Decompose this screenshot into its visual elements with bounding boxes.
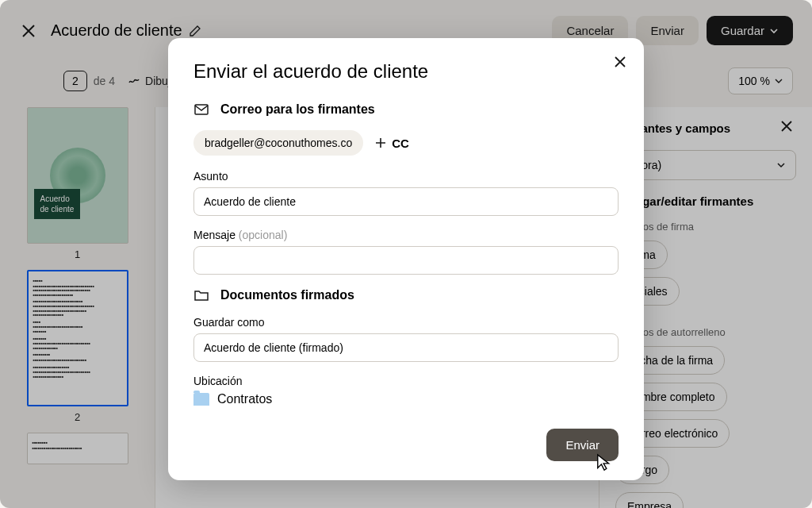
message-label: Mensaje (opcional) — [193, 229, 619, 241]
message-input[interactable] — [193, 246, 619, 275]
modal-close-icon[interactable] — [611, 52, 630, 71]
folder-icon — [193, 393, 209, 406]
modal-title: Enviar el acuerdo de cliente — [193, 60, 619, 83]
modal-send-button[interactable]: Enviar — [546, 429, 619, 461]
subject-label: Asunto — [193, 170, 619, 183]
folder-outline-icon — [193, 287, 209, 303]
signed-docs-title: Documentos firmados — [220, 288, 354, 302]
location-label: Ubicación — [193, 375, 619, 387]
save-as-label: Guardar como — [193, 316, 619, 329]
recipient-chip[interactable]: bradgeller@coconuthomes.co — [193, 130, 363, 156]
svg-rect-0 — [195, 105, 208, 114]
save-as-input[interactable] — [193, 333, 619, 362]
location-folder[interactable]: Contratos — [193, 392, 619, 406]
email-section-title: Correo para los firmantes — [220, 102, 375, 117]
add-cc-button[interactable]: CC — [374, 137, 409, 150]
modal-overlay: Enviar el acuerdo de cliente Correo para… — [0, 0, 812, 508]
envelope-icon — [193, 102, 209, 117]
plus-icon — [374, 137, 387, 149]
send-agreement-modal: Enviar el acuerdo de cliente Correo para… — [168, 38, 644, 480]
subject-input[interactable] — [193, 187, 619, 216]
